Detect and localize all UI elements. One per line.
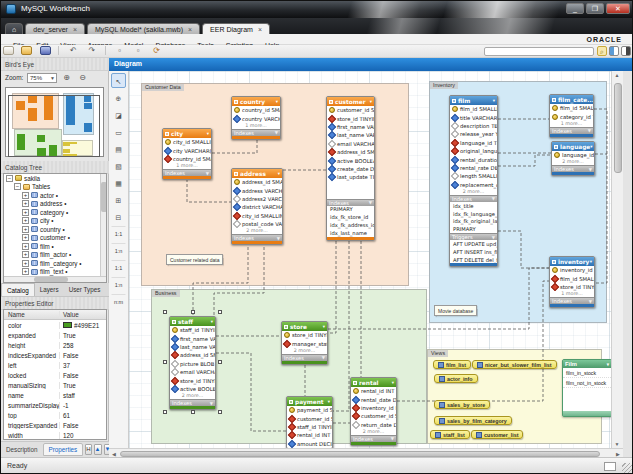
routine-group-tool[interactable]: ⊟ (111, 209, 126, 224)
refresh-button[interactable]: ⟳ (151, 46, 162, 55)
column-row[interactable]: length SMALLINT (450, 172, 497, 180)
filter-icon[interactable]: ▼ (275, 130, 278, 135)
column-row[interactable]: customer_id SMAL... (287, 414, 332, 422)
filter-icon[interactable]: ▼ (210, 401, 213, 406)
column-row[interactable]: address VARCHAR(50) (232, 186, 282, 194)
column-row[interactable]: country_id SMALLINT (163, 155, 211, 163)
horizontal-scroll-thumb[interactable] (120, 451, 600, 457)
column-row[interactable]: rental_date DATE... (351, 395, 396, 403)
property-row-left[interactable]: left37 (4, 360, 106, 370)
indexes-section-bar[interactable]: Indexes▼ (282, 354, 327, 361)
tree-item-film-category[interactable]: +film_category • (4, 259, 106, 268)
resize-grip[interactable] (622, 463, 632, 473)
column-row[interactable]: address_id SMALLINT (327, 148, 374, 156)
zoom-out-icon[interactable]: ⊖ (77, 72, 88, 83)
column-row[interactable]: email VARCHAR(50) (327, 140, 374, 148)
view-tool[interactable]: ⊞ (111, 192, 126, 207)
tree-item-film-actor[interactable]: +film_actor • (4, 251, 106, 260)
layer-tool[interactable]: ▭ (111, 124, 126, 139)
expander-icon[interactable]: + (22, 209, 29, 216)
column-row[interactable]: staff_id TINYINT (170, 326, 215, 334)
table-address[interactable]: address▾address_id SMALLINTaddress VARCH… (231, 168, 283, 245)
expander-icon[interactable]: + (22, 260, 29, 267)
tree-item-sakila[interactable]: −sakila (4, 174, 106, 183)
section-row[interactable]: PRIMARY (327, 206, 374, 214)
section-row[interactable]: AFT INSERT ins_film (450, 248, 497, 256)
property-row-summarizedisplay[interactable]: summarizeDisplay-1 (4, 400, 106, 410)
collapse-icon[interactable]: ▾ (278, 171, 280, 176)
column-row[interactable]: staff_id TINYINT (287, 423, 332, 431)
table-rental[interactable]: rental▾rental_id INTrental_date DATE...i… (350, 377, 397, 446)
save-model-button[interactable] (40, 46, 51, 55)
collapse-icon[interactable]: ▾ (207, 131, 209, 136)
table-staff[interactable]: staff▾staff_id TINYINTfirst_name VARCH..… (169, 316, 216, 410)
tree-item-tables[interactable]: −Tables (4, 183, 106, 192)
scroll-down-icon[interactable]: ▼ (612, 441, 622, 447)
column-row[interactable]: payment_id SMAL... (287, 406, 332, 414)
column-row[interactable]: email VARCHAR(50) (170, 368, 215, 376)
table-film[interactable]: film▾film_id SMALLINTtitle VARCHAR(255)d… (449, 95, 498, 267)
property-row-manualsizing[interactable]: manualSizingTrue (4, 380, 106, 390)
collapse-icon[interactable]: ▾ (370, 99, 372, 104)
column-row[interactable]: return_date DATE... (351, 421, 396, 429)
scroll-thumb[interactable] (34, 277, 68, 282)
hand-tool[interactable]: ⊕ (111, 90, 126, 105)
rel-1to1-noniden-tool[interactable]: 1:1 (111, 260, 126, 275)
eraser-tool[interactable]: ◪ (111, 107, 126, 122)
selection-handle[interactable] (163, 360, 167, 364)
column-row[interactable]: city_id SMALLINT (232, 212, 282, 220)
selection-handle[interactable] (191, 410, 195, 414)
table-header[interactable]: staff▾ (170, 317, 215, 326)
expander-icon[interactable]: + (22, 192, 29, 199)
table-header[interactable]: inventory▾ (550, 257, 594, 266)
collapse-icon[interactable]: ▾ (211, 319, 213, 324)
tab-properties[interactable]: Properties (43, 443, 84, 456)
column-row[interactable]: film_id SMALLINT (450, 105, 497, 113)
tree-item-country[interactable]: +country • (4, 225, 106, 234)
column-row[interactable]: active BOOLEAN (327, 156, 374, 164)
filter-icon[interactable]: ▼ (322, 355, 325, 360)
filter-icon[interactable]: ▼ (277, 236, 280, 241)
column-row[interactable]: city VARCHAR(50) (163, 146, 211, 154)
column-row[interactable]: manager_staff_id ... (282, 339, 327, 347)
column-row[interactable]: amount DECIMAL(... (287, 440, 332, 448)
column-row[interactable]: create_date DATETI... (327, 165, 374, 173)
column-row[interactable]: first_name VARCH... (170, 334, 215, 342)
column-row[interactable]: last_update TIMEST... (327, 173, 374, 181)
column-row[interactable]: last_name VARCH... (170, 343, 215, 351)
tab-user-types[interactable]: User Types (64, 283, 106, 296)
tab-layers[interactable]: Layers (35, 283, 64, 296)
indexes-section-bar[interactable]: Indexes▼ (232, 129, 280, 136)
indexes-section-bar[interactable]: Indexes▼ (232, 234, 282, 241)
property-row-locked[interactable]: lockedFalse (4, 370, 106, 380)
open-model-button[interactable] (21, 46, 32, 55)
table-language[interactable]: language▾language_id TINY...2 more...Ind… (551, 141, 595, 176)
indexes-section-bar[interactable]: Indexes▼ (550, 127, 593, 134)
indexes-section-bar[interactable]: Indexes▼ (450, 195, 497, 202)
indexes-section-bar[interactable]: Indexes▼ (351, 435, 396, 442)
selection-handle[interactable] (218, 360, 222, 364)
vertical-scrollbar[interactable]: ▲ ▼ (611, 71, 623, 448)
selection-handle[interactable] (163, 410, 167, 414)
new-document-button[interactable] (3, 46, 14, 55)
scroll-up-icon[interactable]: ▲ (612, 72, 622, 78)
indexes-section-bar[interactable]: Indexes▼ (327, 199, 374, 206)
horizontal-scrollbar[interactable]: ◀ ▶ (109, 448, 623, 457)
column-row[interactable]: customer_id SMALL... (327, 106, 374, 114)
note-movie-database[interactable]: Movie database (434, 305, 477, 316)
panel-button-1[interactable]: ▲ (94, 444, 102, 455)
tree-item-city[interactable]: +city • (4, 217, 106, 226)
rel-1ton-noniden-tool[interactable]: 1:n (111, 277, 126, 292)
triggers-section-bar[interactable]: Triggers▼ (450, 233, 497, 240)
indexes-section-bar[interactable]: Indexes▼ (170, 399, 215, 406)
column-row[interactable]: rental_rate DECIMA... (450, 164, 497, 172)
column-row[interactable]: description TEXT (450, 122, 497, 130)
tab-description[interactable]: Description (1, 444, 43, 455)
column-row[interactable]: film_id SMALLINT (550, 104, 593, 112)
minimize-button[interactable]: _ (566, 3, 584, 14)
table-header[interactable]: address▾ (232, 169, 282, 178)
column-row[interactable]: release_year YEAR (450, 130, 497, 138)
section-row[interactable]: idx_fk_original_langu... (450, 218, 497, 226)
property-row-color[interactable]: color#499E21 (4, 320, 106, 330)
search-icon[interactable]: ⌕ (597, 46, 607, 56)
